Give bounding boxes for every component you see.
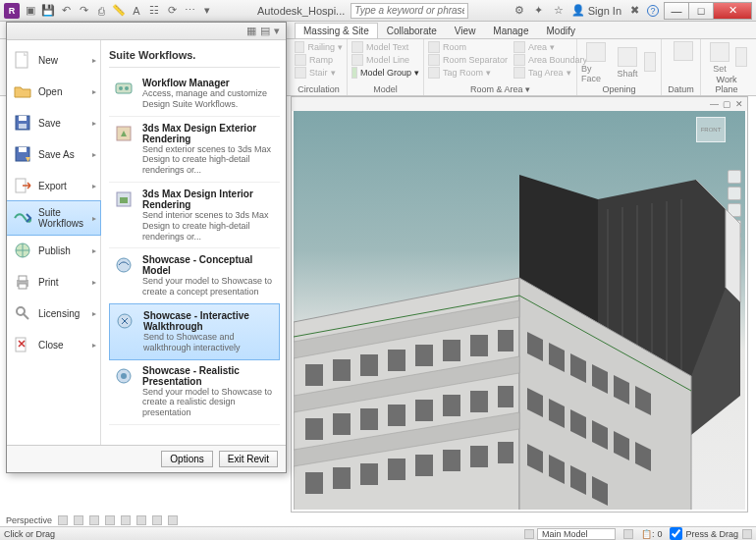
filter-icon[interactable] bbox=[742, 529, 752, 539]
pin-icon[interactable]: ▤ bbox=[260, 25, 270, 37]
app-menu-item-licensing[interactable]: Licensing▸ bbox=[7, 297, 100, 329]
cmd-by-face[interactable]: By Face bbox=[581, 41, 612, 83]
help-icon[interactable]: ? bbox=[647, 5, 659, 17]
undo-icon[interactable]: ↶ bbox=[59, 4, 73, 18]
tag-icon[interactable]: ☷ bbox=[147, 4, 161, 18]
search-box[interactable] bbox=[351, 3, 468, 19]
tab-modify[interactable]: Modify bbox=[538, 23, 584, 38]
exchange2-icon[interactable]: ✖ bbox=[627, 4, 641, 18]
app-menu-item-print[interactable]: Print▸ bbox=[7, 266, 100, 297]
editable-only[interactable] bbox=[620, 529, 637, 539]
crop-icon[interactable] bbox=[121, 515, 131, 525]
app-menu-item-open[interactable]: Open▸ bbox=[7, 76, 100, 107]
view-max-icon[interactable]: ▢ bbox=[723, 99, 731, 109]
sign-in-label: Sign In bbox=[588, 5, 621, 17]
app-menu-item-export[interactable]: Export▸ bbox=[7, 170, 100, 201]
cmd-area[interactable]: Area ▾ bbox=[513, 41, 587, 53]
app-menu-item-saveas[interactable]: Save As▸ bbox=[7, 138, 100, 170]
svg-rect-6 bbox=[19, 147, 27, 152]
cmd-datum[interactable] bbox=[666, 41, 701, 63]
cmd-tag-room[interactable]: Tag Room ▾ bbox=[428, 67, 508, 79]
open-icon[interactable]: ▣ bbox=[24, 4, 37, 18]
close-window-button[interactable]: ✕ bbox=[713, 2, 752, 20]
workset-status[interactable]: Main Model bbox=[520, 528, 620, 540]
cmd-area-boundary[interactable]: Area Boundary bbox=[513, 54, 587, 66]
workflow-item[interactable]: Workflow ManagerAccess, manage and custo… bbox=[109, 72, 280, 117]
exchange-icon[interactable]: ✦ bbox=[532, 4, 546, 18]
subscription-icon[interactable]: ⚙ bbox=[513, 4, 526, 18]
rendering-icon[interactable] bbox=[105, 515, 115, 525]
visual-style-icon[interactable] bbox=[58, 515, 68, 525]
minimize-button[interactable]: — bbox=[664, 2, 689, 20]
hide-icon[interactable] bbox=[168, 515, 178, 525]
app-menu-item-save[interactable]: Save▸ bbox=[7, 107, 100, 138]
svg-rect-61 bbox=[360, 463, 378, 485]
app-menu-item-suite[interactable]: Suite Workflows▸ bbox=[7, 200, 101, 236]
press-drag-checkbox[interactable] bbox=[670, 527, 682, 540]
qat-dropdown-icon[interactable]: ▾ bbox=[200, 4, 214, 18]
cmd-model-line[interactable]: Model Line bbox=[351, 54, 419, 66]
app-button[interactable]: R bbox=[4, 3, 20, 19]
svg-rect-21 bbox=[120, 197, 128, 203]
press-drag-label: Press & Drag bbox=[685, 529, 738, 539]
cmd-room-separator[interactable]: Room Separator bbox=[428, 54, 508, 66]
workflow-item[interactable]: Showcase - Realistic PresentationSend yo… bbox=[109, 359, 280, 425]
cmd-tag-area[interactable]: Tag Area ▾ bbox=[513, 67, 587, 79]
cmd-label: Ramp bbox=[309, 55, 333, 65]
count-value: 0 bbox=[657, 529, 662, 539]
sun-path-icon[interactable] bbox=[74, 515, 83, 525]
app-menu-item-new[interactable]: New▸ bbox=[7, 44, 100, 76]
sync-icon[interactable]: ⟳ bbox=[165, 4, 179, 18]
crop-region-icon[interactable] bbox=[136, 515, 146, 525]
chevron-down-icon[interactable]: ▾ bbox=[274, 25, 280, 37]
view-cube[interactable]: FRONT bbox=[696, 117, 726, 142]
cmd-set[interactable]: Set bbox=[705, 41, 734, 74]
press-drag-toggle[interactable]: Press & Drag bbox=[666, 527, 742, 540]
cmd-ramp[interactable]: Ramp bbox=[295, 54, 343, 66]
workset-select[interactable]: Main Model bbox=[537, 528, 616, 540]
options-button[interactable]: Options bbox=[161, 451, 212, 467]
cmd-stair[interactable]: Stair ▾ bbox=[295, 67, 343, 79]
tab-view[interactable]: View bbox=[446, 23, 485, 38]
app-menu-item-close[interactable]: Close▸ bbox=[7, 329, 100, 360]
tab-massing-site[interactable]: Massing & Site bbox=[295, 23, 378, 38]
maximize-button[interactable]: □ bbox=[688, 2, 714, 20]
svg-rect-55 bbox=[415, 400, 433, 421]
workflow-item[interactable]: Showcase - Conceptual ModelSend your mod… bbox=[109, 248, 280, 304]
exit-revit-button[interactable]: Exit Revit bbox=[219, 451, 278, 467]
cmd-shaft[interactable]: Shaft bbox=[613, 41, 643, 83]
title-right-tools: ⚙ ✦ ☆ 👤 Sign In ✖ ? — □ ✕ bbox=[513, 2, 756, 20]
print-icon[interactable]: ⎙ bbox=[94, 4, 108, 18]
cmd-model-text[interactable]: Model Text bbox=[351, 41, 419, 53]
cmd-railing[interactable]: Railing ▾ bbox=[295, 41, 343, 53]
cmd-model-group[interactable]: Model Group ▾ bbox=[351, 67, 419, 79]
cmd-wall[interactable] bbox=[643, 41, 657, 83]
workflow-item[interactable]: Showcase - Interactive WalkthroughSend t… bbox=[109, 303, 280, 360]
tab-collaborate[interactable]: Collaborate bbox=[378, 23, 446, 38]
recent-icon[interactable]: ▦ bbox=[246, 25, 256, 37]
measure-icon[interactable]: 📏 bbox=[112, 4, 126, 18]
view-close-icon[interactable]: ✕ bbox=[735, 99, 743, 109]
workflow-item[interactable]: 3ds Max Design Exterior RenderingSend ex… bbox=[109, 117, 280, 183]
shadows-icon[interactable] bbox=[89, 515, 99, 525]
cmd-label: Stair bbox=[309, 68, 328, 78]
workflow-item[interactable]: 3ds Max Design Interior RenderingSend in… bbox=[109, 183, 280, 248]
more-icon[interactable]: ⋯ bbox=[183, 4, 196, 18]
save-icon[interactable]: 💾 bbox=[41, 4, 55, 18]
app-menu-item-label: Save As bbox=[38, 149, 75, 160]
redo-icon[interactable]: ↷ bbox=[77, 4, 90, 18]
view-window: — ▢ ✕ FRONT bbox=[291, 96, 748, 513]
cmd-wp-extra[interactable] bbox=[735, 41, 748, 74]
search-input[interactable] bbox=[351, 3, 468, 19]
favorite-icon[interactable]: ☆ bbox=[552, 4, 566, 18]
lock-icon[interactable] bbox=[152, 515, 162, 525]
sign-in-button[interactable]: 👤 Sign In bbox=[571, 4, 621, 17]
app-menu-item-publish[interactable]: Publish▸ bbox=[7, 235, 100, 266]
cmd-room[interactable]: Room bbox=[428, 41, 508, 53]
viewport-3d[interactable]: FRONT bbox=[294, 111, 745, 510]
tab-manage[interactable]: Manage bbox=[484, 23, 537, 38]
text-icon[interactable]: A bbox=[130, 4, 143, 18]
svg-point-16 bbox=[119, 86, 123, 90]
view-min-icon[interactable]: — bbox=[710, 99, 719, 109]
workflow-desc: Send to Showcase and walkthrough interac… bbox=[143, 332, 275, 353]
